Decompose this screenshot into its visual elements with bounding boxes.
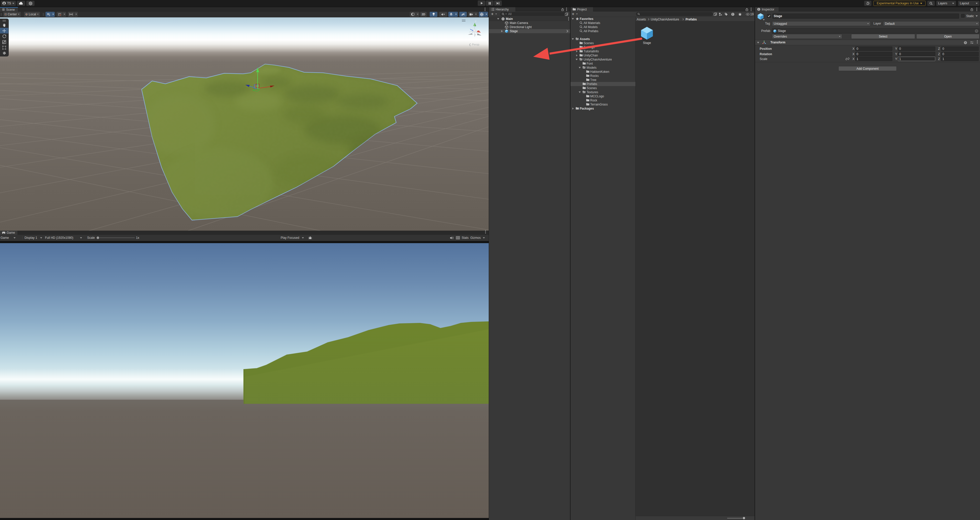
svg-text:❮ Persp: ❮ Persp <box>469 43 479 46</box>
svg-text:Y: Y <box>49 14 50 16</box>
svg-text:?: ? <box>965 41 966 44</box>
svg-text:y: y <box>475 19 476 22</box>
